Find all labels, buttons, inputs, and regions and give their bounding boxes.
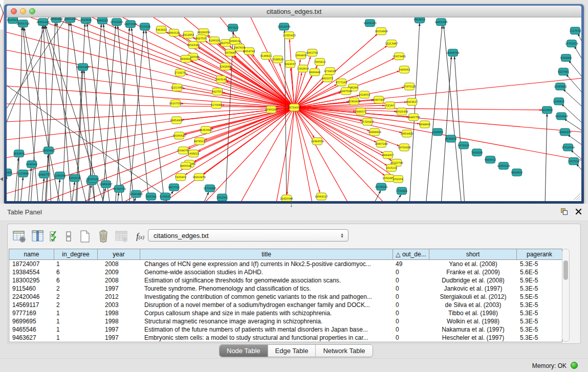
graph-node[interactable]: 18451345 bbox=[434, 18, 447, 26]
graph-node[interactable]: 7857223 bbox=[227, 24, 238, 31]
graph-node[interactable]: 1864409 bbox=[295, 52, 307, 59]
toggle-rows-button[interactable] bbox=[63, 229, 74, 244]
table-scrollbar-thumb[interactable] bbox=[563, 260, 568, 280]
graph-node[interactable]: 8860128 bbox=[168, 29, 180, 36]
table-row[interactable]: 946362711997Embryonic stem cells: a mode… bbox=[9, 334, 562, 342]
network-canvas[interactable]: 8125523240557142069140619580454106552571… bbox=[7, 17, 581, 201]
graph-node[interactable]: 7225162 bbox=[88, 176, 99, 183]
graph-node[interactable]: 8819014 bbox=[414, 17, 425, 23]
graph-node[interactable]: 1117534 bbox=[570, 27, 581, 34]
window-resize-grip[interactable] bbox=[572, 191, 581, 201]
delete-table-button[interactable] bbox=[114, 229, 129, 244]
graph-node[interactable]: 8427552 bbox=[212, 88, 223, 95]
table-row[interactable]: 2242004622012Investigating the contribut… bbox=[9, 293, 562, 301]
graph-node[interactable]: 8912954 bbox=[183, 31, 194, 38]
graph-node[interactable]: 15136141 bbox=[375, 183, 387, 190]
graph-node[interactable]: 9227341 bbox=[558, 68, 569, 75]
table-row[interactable]: 946554611997Estimation of the future num… bbox=[9, 325, 562, 334]
graph-node[interactable]: 1244415 bbox=[553, 98, 564, 105]
graph-node[interactable]: 16648784 bbox=[446, 49, 459, 56]
graph-node[interactable]: 19654923 bbox=[400, 130, 413, 137]
column-header-name[interactable]: name bbox=[9, 249, 54, 259]
graph-node[interactable]: 1852361 bbox=[216, 194, 228, 201]
graph-node[interactable]: 9465546 bbox=[180, 162, 191, 169]
graph-node[interactable]: 1145194 bbox=[54, 172, 66, 179]
table-row[interactable]: 1938455462009Genome-wide association stu… bbox=[9, 268, 562, 276]
graph-node[interactable]: 9821072 bbox=[322, 75, 333, 82]
table-row[interactable]: 1830029562008Estimation of significance … bbox=[9, 276, 562, 285]
graph-node[interactable]: 7515526 bbox=[139, 23, 150, 30]
graph-node[interactable]: 9463627 bbox=[406, 98, 418, 105]
graph-node[interactable]: 1498222 bbox=[188, 150, 199, 157]
graph-node[interactable]: 20691406 bbox=[36, 18, 49, 26]
column-header-short[interactable]: short bbox=[429, 249, 517, 259]
graph-node[interactable]: 252254 bbox=[393, 176, 403, 183]
graph-node[interactable]: 9827505 bbox=[195, 35, 207, 42]
graph-node[interactable]: 16154808 bbox=[375, 28, 387, 35]
network-view-window[interactable]: citations_edges.txt 81255232405571420691… bbox=[4, 4, 584, 204]
graph-node[interactable]: 6497568 bbox=[340, 87, 352, 95]
graph-node[interactable]: 9857791 bbox=[168, 184, 180, 191]
graph-node[interactable]: 19218506 bbox=[277, 23, 290, 30]
table-row[interactable]: 911546021997Tourette syndrome. Phenomeno… bbox=[9, 285, 562, 293]
graph-node[interactable]: 19166823 bbox=[172, 132, 185, 139]
graph-node[interactable]: 20053346 bbox=[76, 63, 89, 71]
graph-node[interactable]: 19384554 bbox=[311, 138, 323, 145]
graph-node[interactable]: 9699695 bbox=[419, 121, 430, 128]
column-header-pagerank[interactable]: pagerank bbox=[517, 249, 562, 259]
tab-network-table[interactable]: Network Table bbox=[316, 345, 372, 357]
graph-node[interactable]: 10973493 bbox=[393, 53, 405, 60]
graph-node[interactable]: 7955812 bbox=[314, 58, 325, 65]
graph-node[interactable]: 9884067 bbox=[382, 151, 394, 159]
column-header-in_degree[interactable]: in_degree bbox=[54, 249, 98, 259]
graph-node[interactable]: 16671585 bbox=[124, 20, 137, 28]
graph-node[interactable]: 16782759 bbox=[113, 185, 125, 192]
graph-node[interactable]: 1115688 bbox=[17, 170, 29, 177]
graph-node[interactable]: 10688609 bbox=[368, 128, 381, 136]
graph-node[interactable]: 2588520 bbox=[272, 56, 284, 63]
graph-node[interactable]: 16914479 bbox=[192, 173, 205, 181]
graph-node[interactable]: 1527602 bbox=[80, 17, 92, 24]
select-columns-button[interactable] bbox=[49, 229, 60, 244]
graph-node[interactable]: 12923468 bbox=[129, 190, 142, 198]
graph-node[interactable]: 12213363 bbox=[170, 84, 183, 91]
graph-node[interactable]: 1440954 bbox=[432, 128, 443, 136]
graph-node[interactable]: 14569117 bbox=[315, 193, 328, 200]
graph-node[interactable]: 5875685 bbox=[225, 49, 236, 56]
graph-node[interactable]: 2620650 bbox=[13, 150, 25, 157]
graph-node[interactable]: 9777169 bbox=[336, 79, 347, 86]
graph-node[interactable]: 15716485 bbox=[203, 185, 216, 192]
graph-node[interactable]: 7625341 bbox=[145, 193, 157, 200]
graph-node[interactable]: 6961758 bbox=[307, 49, 318, 56]
graph-node[interactable]: 10958167 bbox=[99, 181, 112, 188]
graph-node[interactable]: 9466162 bbox=[97, 17, 108, 24]
table-row[interactable]: 1872400712008Changes of HCN gene express… bbox=[9, 260, 562, 268]
graph-node[interactable]: 8938934 bbox=[445, 135, 456, 142]
graph-node[interactable]: 1362609 bbox=[297, 65, 309, 72]
graph-node[interactable]: 9146821 bbox=[260, 52, 272, 59]
graph-node[interactable]: 9135621 bbox=[160, 193, 171, 200]
graph-node[interactable]: 2718176 bbox=[175, 69, 186, 76]
graph-node[interactable]: 3242844 bbox=[220, 63, 231, 70]
graph-node[interactable]: 9845012 bbox=[485, 156, 496, 163]
graph-node[interactable]: 5466034 bbox=[229, 37, 241, 45]
graph-node[interactable]: 12213967 bbox=[385, 40, 398, 47]
graph-node[interactable]: 1350515 bbox=[69, 174, 80, 182]
graph-node[interactable]: 12450124 bbox=[497, 162, 510, 169]
table-mode-button[interactable] bbox=[12, 229, 27, 244]
graph-node[interactable]: 10655257 bbox=[63, 17, 76, 23]
function-builder-button[interactable]: f(x) bbox=[133, 229, 148, 244]
graph-node[interactable]: 7986372 bbox=[355, 108, 366, 115]
graph-node[interactable]: 8215958 bbox=[541, 106, 553, 114]
graph-node[interactable]: 18724007 bbox=[288, 104, 300, 111]
table-scrollbar[interactable] bbox=[562, 249, 570, 342]
table-row[interactable]: 969969511998Structural magnetic resonanc… bbox=[9, 317, 562, 325]
graph-node[interactable]: 19756928 bbox=[398, 144, 410, 151]
graph-node[interactable]: 15720407 bbox=[361, 118, 374, 125]
graph-node[interactable]: 9924502 bbox=[511, 169, 522, 176]
graph-node[interactable]: 9190342 bbox=[26, 161, 37, 168]
graph-node[interactable]: 1733426 bbox=[396, 187, 407, 194]
graph-node[interactable]: 17975125 bbox=[403, 83, 416, 90]
graph-node[interactable]: 12325413 bbox=[282, 32, 295, 39]
float-panel-icon[interactable] bbox=[560, 208, 568, 215]
